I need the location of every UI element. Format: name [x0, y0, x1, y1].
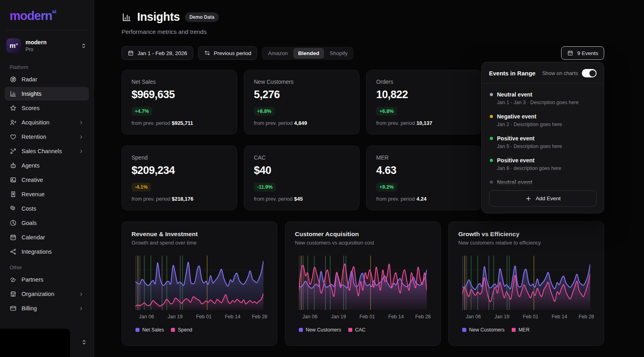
page-title: Insights — [137, 10, 180, 24]
x-axis-tick: Feb 14 — [225, 314, 240, 320]
brand-logo: modernai — [0, 0, 94, 30]
x-axis-tick: Feb 14 — [552, 314, 567, 320]
chart-plot — [462, 256, 590, 310]
chart-title: Customer Acquisition — [295, 231, 431, 238]
kpi-delta-badge: +8.8% — [254, 107, 275, 116]
radar-icon — [10, 76, 17, 83]
event-item-1[interactable]: Neutral eventJan 1 - Jan 3 · Description… — [489, 87, 597, 109]
chart-plot-area — [135, 256, 263, 310]
sidebar-item-integrations[interactable]: Integrations — [5, 245, 89, 258]
kpi-value: 4.63 — [376, 164, 472, 177]
sidebar-item-label: Calendar — [22, 234, 45, 241]
show-on-charts-label: Show on charts — [542, 70, 578, 76]
events-popover: Events in Range Show on charts Neutral e… — [481, 62, 604, 213]
chart-subtitle: New customers vs acquisition cost — [295, 240, 431, 246]
channel-segmented-control: AmazonBlendedShopify — [262, 47, 353, 60]
legend-label: New Customers — [306, 327, 341, 333]
event-item-title-row: Neutral event — [490, 91, 596, 98]
sidebar-item-organization[interactable]: Organization — [5, 287, 89, 301]
chart-title: Revenue & Investment — [132, 231, 267, 238]
sidebar-item-radar[interactable]: Radar — [5, 73, 89, 86]
sidebar-item-label: Revenue — [22, 191, 45, 197]
x-axis-tick: Feb 01 — [359, 314, 375, 320]
kpi-prev-period: from prev. period 4.24 — [376, 196, 472, 202]
image-icon — [10, 176, 17, 183]
legend-item-mer: MER — [512, 327, 530, 333]
chart-card-revenue-investment: Revenue & InvestmentGrowth and spend ove… — [122, 221, 277, 346]
segment-shopify[interactable]: Shopify — [325, 48, 352, 59]
events-list: Neutral eventJan 1 - Jan 3 · Description… — [489, 84, 597, 186]
sidebar: modernai mai modern Pro PlatformRadarIns… — [0, 0, 94, 357]
sidebar-item-sales-channels[interactable]: Sales Channels — [5, 144, 89, 158]
kpi-value: $969,635 — [132, 89, 227, 101]
sidebar-collapse-button[interactable] — [80, 339, 88, 347]
legend-swatch — [348, 328, 352, 332]
workspace-name: modern — [26, 39, 47, 46]
legend-swatch — [135, 328, 139, 332]
kpi-value: $209,234 — [132, 164, 227, 177]
bot-icon — [10, 162, 17, 169]
sidebar-item-acquisition[interactable]: Acquisition — [5, 116, 89, 129]
event-item-2[interactable]: Negative eventJan 2 · Description goes h… — [489, 109, 597, 131]
sidebar-divider — [5, 30, 88, 30]
sidebar-item-revenue[interactable]: Revenue — [5, 187, 89, 201]
calendar-icon — [567, 50, 573, 56]
sidebar-item-creative[interactable]: Creative — [5, 173, 89, 187]
sidebar-item-partners[interactable]: Partners — [5, 273, 89, 286]
sidebar-item-agents[interactable]: Agents — [5, 159, 89, 172]
sidebar-item-label: Organization — [22, 291, 54, 297]
legend-swatch — [299, 328, 303, 332]
sidebar-item-label: Retention — [22, 134, 46, 140]
legend-label: CAC — [355, 327, 365, 333]
workspace-switcher[interactable]: mai modern Pro — [0, 33, 94, 58]
x-axis-tick: Feb 28 — [252, 314, 267, 320]
event-detail: Jan 1 - Jan 3 · Description goes here — [497, 100, 596, 105]
kpi-prev-period: from prev. period $45 — [254, 196, 349, 202]
legend-item-new-customers: New Customers — [299, 327, 341, 333]
events-button[interactable]: 9 Events — [561, 46, 604, 60]
kpi-card-orders: Orders10,822+6.8%from prev. period 10,13… — [366, 70, 482, 134]
segment-blended[interactable]: Blended — [293, 48, 324, 59]
event-type-dot — [490, 137, 493, 140]
workspace-avatar-sup: ai — [16, 43, 18, 45]
segment-amazon[interactable]: Amazon — [263, 48, 293, 59]
charts-grid: Revenue & InvestmentGrowth and spend ove… — [122, 221, 604, 346]
sidebar-item-scores[interactable]: Scores — [5, 101, 89, 115]
kpi-card-net-sales: Net Sales$969,635+4.7%from prev. period … — [122, 70, 237, 134]
event-item-4[interactable]: Positive eventJan 8 · description goes h… — [489, 153, 597, 175]
x-axis-tick: Jan 06 — [302, 314, 318, 320]
date-range-button[interactable]: Jan 1 - Feb 28, 2026 — [122, 46, 193, 60]
event-item-3[interactable]: Positive eventJan 5 · Description goes h… — [489, 131, 597, 153]
page-subtitle: Performance metrics and trends — [122, 28, 604, 35]
compare-period-label: Previous period — [214, 50, 251, 56]
sidebar-item-billing[interactable]: Billing — [5, 302, 89, 315]
kpi-value: $40 — [254, 164, 349, 177]
star-icon — [10, 105, 17, 112]
kpi-delta-badge: +9.2% — [376, 183, 397, 191]
workspace-avatar: mai — [6, 38, 21, 53]
kpi-value: 10,822 — [376, 89, 472, 101]
sidebar-item-insights[interactable]: Insights — [5, 87, 89, 101]
sidebar-item-retention[interactable]: Retention — [5, 130, 89, 144]
sidebar-item-label: Integrations — [22, 249, 52, 255]
chart-x-axis: Jan 06Jan 19Feb 01Feb 14Feb 28 — [135, 314, 263, 321]
credit-card-icon — [10, 305, 17, 312]
legend-label: Net Sales — [142, 327, 164, 333]
legend-item-cac: CAC — [348, 327, 365, 333]
chart-title: Growth vs Efficiency — [458, 231, 594, 238]
sidebar-item-goals[interactable]: Goals — [5, 216, 89, 230]
add-event-button[interactable]: Add Event — [489, 190, 597, 207]
show-on-charts-toggle[interactable] — [582, 69, 597, 77]
store-icon — [10, 290, 17, 298]
kpi-card-spend: Spend$209,234-4.1%from prev. period $218… — [122, 146, 237, 210]
compare-period-button[interactable]: Previous period — [198, 46, 257, 60]
event-type-dot — [490, 115, 493, 118]
x-axis-tick: Feb 28 — [415, 314, 431, 320]
chevrons-up-down-icon — [80, 339, 88, 347]
workspace-meta: modern Pro — [26, 39, 47, 52]
sidebar-item-costs[interactable]: Costs — [5, 202, 89, 215]
events-list-fade — [489, 176, 597, 186]
sidebar-item-calendar[interactable]: Calendar — [5, 231, 89, 244]
show-on-charts-control: Show on charts — [542, 69, 597, 77]
events-popover-title: Events in Range — [489, 70, 536, 77]
